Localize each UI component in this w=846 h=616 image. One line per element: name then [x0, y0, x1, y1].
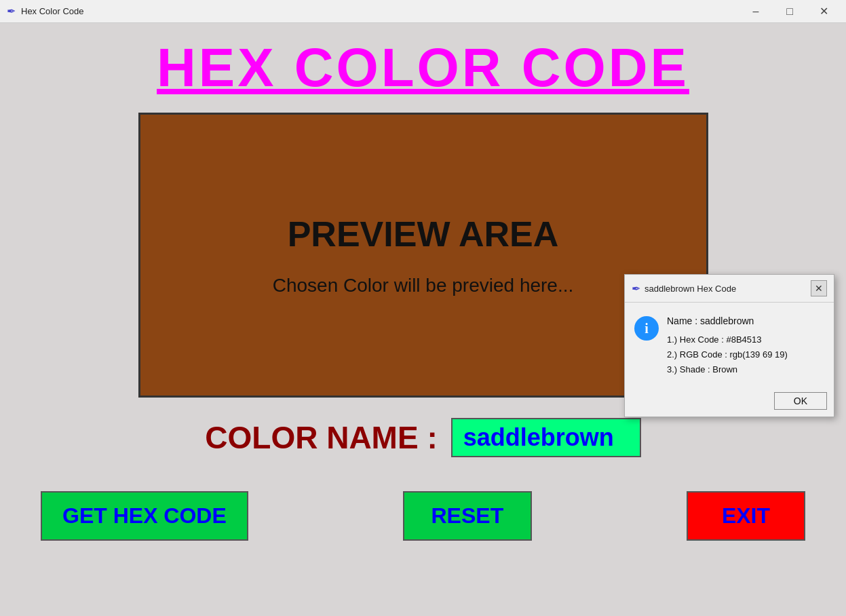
titlebar-title: Hex Color Code [21, 6, 84, 16]
main-content: HEX COLOR CODE PREVIEW AREA Chosen Color… [0, 23, 846, 616]
minimize-button[interactable]: – [740, 0, 771, 23]
dialog-titlebar: ✒ saddlebrown Hex Code ✕ [625, 275, 834, 303]
dialog-title: saddlebrown Hex Code [645, 284, 736, 294]
preview-title: PREVIEW AREA [288, 214, 559, 254]
color-name-label: COLOR NAME : [205, 419, 437, 456]
preview-subtitle: Chosen Color will be previed here... [273, 275, 574, 296]
buttons-row: GET HEX CODE RESET EXIT [27, 491, 819, 541]
dialog-titlebar-left: ✒ saddlebrown Hex Code [632, 282, 736, 295]
dialog-body: i Name : saddlebrown 1.) Hex Code : #8B4… [625, 303, 834, 388]
app-title: HEX COLOR CODE [27, 37, 819, 99]
dialog-hex-line: 1.) Hex Code : #8B4513 [667, 332, 788, 347]
info-icon: i [634, 316, 659, 341]
dialog-info: Name : saddlebrown 1.) Hex Code : #8B451… [667, 313, 788, 377]
dialog-shade-line: 3.) Shade : Brown [667, 362, 788, 377]
exit-button[interactable]: EXIT [687, 491, 805, 541]
reset-button[interactable]: RESET [403, 491, 533, 541]
preview-area: PREVIEW AREA Chosen Color will be previe… [138, 113, 708, 398]
dialog-rgb-line: 2.) RGB Code : rgb(139 69 19) [667, 347, 788, 362]
titlebar: ✒ Hex Color Code – □ ✕ [0, 0, 846, 23]
get-hex-button[interactable]: GET HEX CODE [41, 491, 248, 541]
dialog-footer: OK [625, 388, 834, 417]
color-name-row: COLOR NAME : [27, 418, 819, 457]
dialog-close-button[interactable]: ✕ [811, 280, 827, 296]
app-icon: ✒ [7, 5, 16, 18]
titlebar-controls: – □ ✕ [740, 0, 839, 23]
color-name-input[interactable] [451, 418, 641, 457]
titlebar-left: ✒ Hex Color Code [7, 5, 84, 18]
dialog-name-line: Name : saddlebrown [667, 313, 788, 330]
close-button[interactable]: ✕ [808, 0, 839, 23]
dialog-app-icon: ✒ [632, 282, 640, 295]
dialog-ok-button[interactable]: OK [774, 392, 827, 410]
maximize-button[interactable]: □ [774, 0, 805, 23]
info-dialog: ✒ saddlebrown Hex Code ✕ i Name : saddle… [624, 274, 834, 417]
